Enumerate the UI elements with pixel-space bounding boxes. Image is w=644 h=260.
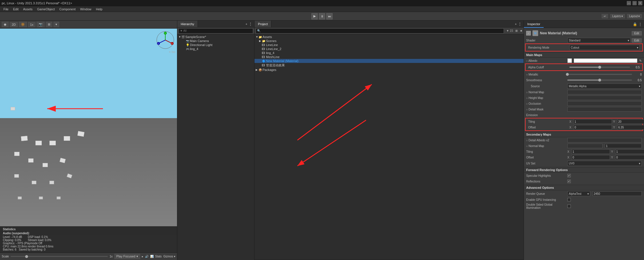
smoothness-track[interactable] — [567, 80, 632, 81]
render-queue-number[interactable] — [593, 191, 642, 196]
stats-btn[interactable]: Stats — [155, 255, 162, 258]
tiling-x-input[interactable] — [573, 119, 612, 124]
project-item-ling4[interactable]: 🎞 ling_4 — [255, 51, 524, 55]
maximize-btn[interactable]: □ — [633, 1, 637, 5]
emission-row: Emission — [524, 112, 644, 118]
project-item-lineline[interactable]: 🎞 LineLine — [255, 43, 524, 47]
hierarchy-search-input[interactable] — [178, 28, 253, 33]
project-item-newmaterial[interactable]: 🔷 New Material (Material) — [255, 59, 524, 63]
tiling2-y-input[interactable] — [615, 149, 644, 154]
gpu-instancing-checkbox[interactable] — [567, 198, 571, 201]
material-toggle[interactable]: ✓ — [526, 31, 531, 35]
hierarchy-item-samplescene[interactable]: ▼ 🎬 SampleScene* — [177, 35, 254, 39]
scene-mode-btn[interactable]: ◉ — [2, 22, 9, 27]
metallic-thumb[interactable] — [566, 73, 569, 76]
offset2-x-input[interactable] — [571, 155, 610, 160]
scene-cam-btn[interactable]: 📷 — [37, 22, 45, 27]
layout-btn[interactable]: Layout ▾ — [627, 14, 642, 18]
shader-row: Shader Standard ▾ Edit — [524, 37, 644, 43]
uv-set-dropdown[interactable]: UV0 ▾ — [567, 161, 642, 166]
shader-edit-btn[interactable]: Edit — [632, 38, 642, 43]
hierarchy-add-btn[interactable]: + — [246, 22, 247, 26]
offset2-y-input[interactable] — [615, 155, 644, 160]
alpha-cutoff-slider[interactable]: 0.5 — [569, 66, 640, 69]
project-item-assets[interactable]: ▼ 📁 Assets — [255, 35, 524, 39]
occlusion-slot[interactable] — [567, 101, 642, 106]
metallic-track[interactable] — [567, 74, 632, 75]
undo-btn[interactable]: ↩ — [602, 14, 608, 18]
project-item-lineline2[interactable]: 🎞 LineLine_2 — [255, 47, 524, 51]
scene-grid-btn[interactable]: ⊞ — [46, 22, 52, 27]
project-item-effect[interactable]: 🎞 管道流动效果 — [255, 63, 524, 68]
project-search-input[interactable] — [256, 28, 504, 33]
detail-mask-slot[interactable] — [567, 107, 642, 112]
scene-scale-btn[interactable]: 1x — [28, 22, 35, 27]
scene-more-btn[interactable]: ▾ — [53, 22, 59, 27]
gizmos-btn[interactable]: Gizmos ▾ — [163, 255, 175, 258]
project-item-scenes[interactable]: ▶ 📁 Scenes — [255, 39, 524, 43]
reflections-checkbox[interactable]: ✓ — [567, 180, 571, 183]
project-item-packages[interactable]: ▶ 📦 Packages — [255, 68, 524, 72]
inspector-menu[interactable]: ⋮ — [638, 22, 642, 27]
tiling-y-input[interactable] — [617, 119, 644, 124]
albedo-color-bar[interactable] — [574, 58, 637, 63]
smoothness-slider[interactable]: 0.5 — [567, 79, 642, 82]
shader-dropdown[interactable]: Standard ▾ — [567, 38, 631, 43]
project-item-meshline[interactable]: 🎞 MeshLine — [255, 55, 524, 59]
menu-component[interactable]: Component — [57, 6, 78, 12]
menu-window[interactable]: Window — [78, 6, 94, 12]
layers-btn[interactable]: Layers ▾ — [610, 14, 625, 18]
minimize-btn[interactable]: — — [627, 1, 631, 5]
close-btn[interactable]: ✕ — [638, 1, 642, 5]
audio-title: Audio (suspended): — [3, 232, 174, 235]
hierarchy-item-directionallight[interactable]: 💡 Directional Light — [177, 43, 254, 47]
play-focused-btn[interactable]: Play Focused ▾ — [114, 254, 140, 259]
step-button[interactable]: ⏭ — [326, 13, 333, 19]
hierarchy-content: ▼ 🎬 SampleScene* 📷 Main Camera 💡 Directi… — [177, 34, 254, 260]
menu-gameobject[interactable]: GameObject — [35, 6, 57, 12]
double-sided-checkbox[interactable] — [567, 205, 571, 208]
metallic-slider[interactable]: 0 — [567, 73, 642, 76]
edit-btn[interactable]: Edit — [632, 31, 642, 35]
hierarchy-menu-btn[interactable]: ⋮ — [249, 22, 253, 26]
smoothness-thumb[interactable] — [598, 79, 601, 82]
project-menu-btn[interactable]: ⋮ — [518, 22, 522, 26]
render-queue-label: Render Queue — [526, 192, 566, 195]
occlusion-label: ○ Occlusion — [526, 102, 566, 105]
source-dropdown[interactable]: Metallic Alpha ▾ — [567, 84, 642, 89]
scene-arrow — [0, 29, 177, 253]
project-add-btn[interactable]: + — [515, 22, 517, 26]
alpha-cutoff-thumb[interactable] — [598, 66, 601, 69]
render-queue-dropdown[interactable]: AlphaTest ▾ — [567, 191, 590, 196]
scene-light-btn[interactable]: 🔆 — [19, 22, 27, 27]
play-button[interactable]: ▶ — [311, 13, 318, 19]
tiling2-x-input[interactable] — [571, 149, 610, 154]
alpha-cutoff-track[interactable] — [569, 67, 630, 68]
height-map-slot[interactable] — [567, 96, 642, 100]
alpha-cutoff-fill — [569, 67, 600, 68]
normal-map2-value[interactable] — [605, 144, 642, 148]
pause-button[interactable]: ⏸ — [319, 13, 325, 19]
rendering-mode-dropdown[interactable]: Cutout ▾ — [569, 45, 640, 50]
height-map-label: ○ Height Map — [526, 96, 566, 100]
albedo-eyedropper[interactable]: ✎ — [639, 59, 642, 63]
hierarchy-item-ling4[interactable]: 🎮 ling_4 — [177, 47, 254, 51]
detail-albedo-slot[interactable] — [567, 138, 642, 142]
scene-canvas[interactable]: Y X Z ≡ Iso — [0, 29, 177, 253]
albedo-swatch[interactable] — [567, 58, 572, 63]
scene-2d-btn[interactable]: 2D — [10, 22, 18, 27]
menu-file[interactable]: File — [1, 6, 11, 12]
menu-assets[interactable]: Assets — [21, 6, 35, 12]
offset-y-input[interactable] — [617, 125, 644, 130]
hierarchy-item-maincamera[interactable]: 📷 Main Camera — [177, 39, 254, 43]
normal-map-slot[interactable] — [567, 90, 642, 94]
hierarchy-tab[interactable]: Hierarchy — [177, 21, 198, 27]
specular-checkbox[interactable]: ✓ — [567, 174, 571, 177]
project-tab[interactable]: Project — [255, 21, 271, 27]
normal-map2-slot[interactable] — [567, 144, 603, 148]
offset-x-input[interactable] — [573, 125, 612, 130]
menu-help[interactable]: Help — [94, 6, 105, 12]
inspector-tab[interactable]: Inspector — [524, 21, 544, 28]
menu-edit[interactable]: Edit — [11, 6, 21, 12]
inspector-panel: Inspector 🔒 ⋮ ✓ M New Material (Material… — [524, 21, 644, 260]
